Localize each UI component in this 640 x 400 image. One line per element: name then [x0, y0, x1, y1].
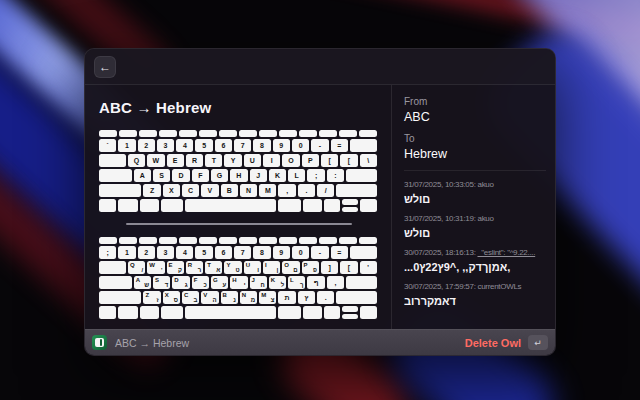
history-timestamp: 30/07/2025, 17:59:57: currentOWLs [404, 282, 546, 291]
delete-owl-label: Delete Owl [465, 337, 521, 349]
key [179, 237, 197, 244]
page-title: ABC → Hebrew [99, 99, 378, 116]
key [99, 237, 117, 244]
key: ; [307, 169, 324, 182]
key [339, 130, 357, 137]
key: F [192, 169, 209, 182]
key: Vה [201, 291, 218, 304]
key: W' [147, 261, 164, 274]
key [350, 139, 377, 152]
to-value: Hebrew [404, 147, 546, 161]
key: Pפ [302, 261, 319, 274]
key [239, 237, 257, 244]
key: Uו [244, 261, 261, 274]
key: Sד [153, 276, 170, 289]
main-panel: ABC → Hebrew `1234567890-=QWERTYUIOP[[\A… [85, 85, 391, 356]
key: 7 [234, 246, 251, 259]
key [336, 184, 376, 197]
delete-owl-button[interactable]: Delete Owl ↵ [465, 335, 548, 350]
key: O [282, 154, 299, 167]
key [239, 130, 257, 137]
keyboard-divider [126, 223, 352, 225]
key [119, 130, 137, 137]
key [359, 130, 377, 137]
key [140, 306, 159, 319]
key [360, 306, 376, 319]
history-output: שלום [404, 227, 546, 239]
key [342, 207, 358, 213]
key: D [172, 169, 189, 182]
key: 4 [176, 139, 193, 152]
history-output: שלום [404, 193, 546, 205]
key: Q [128, 154, 145, 167]
history-list: 31/07/2025, 10:33:05: akuoשלום31/07/2025… [404, 180, 546, 307]
key: C [182, 184, 199, 197]
key [99, 154, 126, 167]
history-entry: 30/07/2025, 18:16:13: "eslint": "^9.22..… [404, 248, 546, 273]
key [99, 169, 132, 182]
key: [ [340, 261, 357, 274]
key: Aש [134, 276, 151, 289]
key: , [327, 276, 344, 289]
key [219, 237, 237, 244]
key [179, 130, 197, 137]
key [99, 130, 117, 137]
key: ץ [298, 291, 315, 304]
key: 0 [292, 139, 309, 152]
key [118, 306, 137, 319]
key [139, 237, 157, 244]
key [185, 306, 277, 319]
key: P [302, 154, 319, 167]
arrow-updown-keys [342, 306, 358, 319]
key: ת [278, 291, 295, 304]
back-button[interactable]: ← [94, 56, 116, 78]
key: 7 [234, 139, 251, 152]
key: Eק [167, 261, 184, 274]
key [259, 237, 277, 244]
key [279, 237, 297, 244]
key [99, 184, 141, 197]
key: R [186, 154, 203, 167]
key: . [317, 291, 334, 304]
history-entry: 30/07/2025, 17:59:57: currentOWLsבוררקמא… [404, 282, 546, 307]
key: M [259, 184, 276, 197]
key [278, 199, 300, 212]
to-label: To [404, 133, 546, 144]
key [161, 199, 183, 212]
key [303, 199, 322, 212]
key: ` [99, 139, 116, 152]
key: 3 [157, 139, 174, 152]
detail-sidebar: From ABC To Hebrew 31/07/2025, 10:33:05:… [391, 85, 555, 356]
key: Mצ [259, 291, 276, 304]
key: ף [307, 276, 324, 289]
from-label: From [404, 96, 546, 107]
key [279, 130, 297, 137]
key: J [250, 169, 267, 182]
content: ABC → Hebrew `1234567890-=QWERTYUIOP[[\A… [85, 85, 555, 356]
key: Bנ [221, 291, 238, 304]
key: 8 [253, 139, 270, 152]
key: ; [99, 246, 116, 259]
key [319, 130, 337, 137]
key [336, 291, 376, 304]
key: 6 [215, 246, 232, 259]
titlebar: ← [85, 49, 555, 85]
key: Fכ [192, 276, 209, 289]
key [346, 169, 377, 182]
key [118, 199, 137, 212]
history-timestamp: 31/07/2025, 10:33:05: akuo [404, 180, 546, 189]
key: Oם [282, 261, 299, 274]
key: - [311, 139, 328, 152]
key: Kל [269, 276, 286, 289]
return-key-icon: ↵ [528, 335, 548, 350]
key [342, 306, 358, 312]
key: Jח [250, 276, 267, 289]
key: V [201, 184, 218, 197]
key: Cב [182, 291, 199, 304]
key: \ [360, 154, 377, 167]
key [199, 130, 217, 137]
key [99, 291, 141, 304]
key [140, 199, 159, 212]
app-window: ← ABC → Hebrew `1234567890-=QWERTYUIOP[[… [84, 48, 556, 356]
key: Xס [163, 291, 180, 304]
